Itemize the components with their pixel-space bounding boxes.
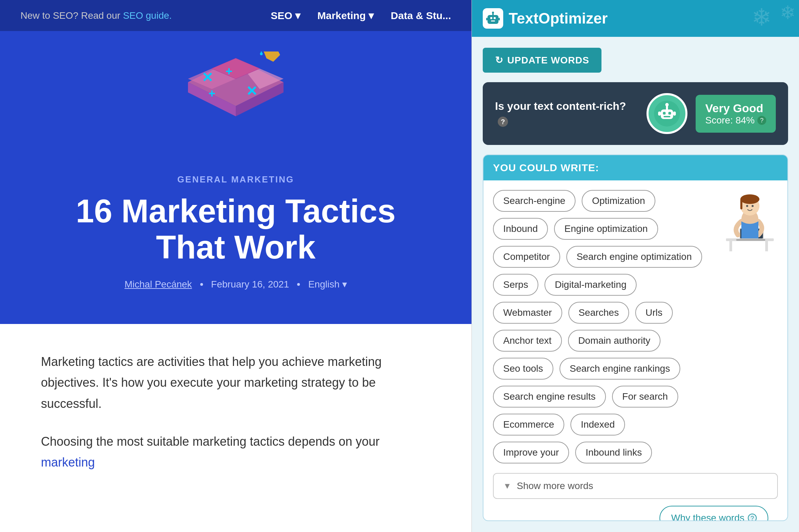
word-tag[interactable]: Searches xyxy=(568,302,629,324)
svg-point-32 xyxy=(665,103,669,106)
svg-rect-33 xyxy=(658,112,661,116)
word-tag[interactable]: Search engine optimization xyxy=(566,246,702,268)
site-header: New to SEO? Read our SEO guide. SEO ▾ Ma… xyxy=(0,0,471,31)
robot-svg xyxy=(653,100,681,127)
word-tag[interactable]: Digital-marketing xyxy=(544,274,637,296)
question-help-icon[interactable]: ? xyxy=(498,117,508,127)
word-tag[interactable]: Engine optimization xyxy=(554,218,658,240)
meta-dot-1 xyxy=(200,283,203,286)
svg-rect-24 xyxy=(486,18,488,20)
svg-rect-25 xyxy=(498,18,500,20)
write-header-text: YOU COULD WRITE: xyxy=(493,162,778,174)
why-help-icon[interactable]: ? xyxy=(748,514,757,521)
svg-text:✕: ✕ xyxy=(202,70,213,85)
hero-title: 16 Marketing TacticsThat Work xyxy=(76,193,395,265)
word-tag[interactable]: Ecommerce xyxy=(493,414,564,435)
svg-point-43 xyxy=(740,194,759,204)
deco-snowflake-1: ❄ xyxy=(752,3,772,31)
why-section: Why these words ? xyxy=(483,506,787,521)
seo-guide-link[interactable]: SEO guide. xyxy=(123,10,172,21)
word-tag[interactable]: Domain authority xyxy=(568,330,661,352)
word-tag[interactable]: Serps xyxy=(493,274,538,296)
site-nav: SEO ▾ Marketing ▾ Data & Stu... xyxy=(271,10,451,21)
svg-point-23 xyxy=(492,12,494,14)
svg-rect-44 xyxy=(740,199,742,209)
svg-point-17 xyxy=(260,53,263,55)
svg-rect-29 xyxy=(668,112,671,115)
word-tag[interactable]: Search engine rankings xyxy=(560,358,680,380)
word-tag[interactable]: Search engine results xyxy=(493,386,606,408)
nav-data[interactable]: Data & Stu... xyxy=(391,10,451,21)
word-tag[interactable]: Improve your xyxy=(493,442,569,463)
score-card: Is your text content-rich? ? xyxy=(483,82,788,145)
marketing-link[interactable]: marketing xyxy=(41,455,95,469)
nav-seo[interactable]: SEO ▾ xyxy=(271,10,301,21)
update-btn-label: UPDATE WORDS xyxy=(507,55,589,66)
notice-text: New to SEO? Read our xyxy=(20,10,123,21)
word-tag[interactable]: Inbound xyxy=(493,218,548,240)
score-question: Is your text content-rich? ? xyxy=(495,99,638,128)
why-words-label: Why these words xyxy=(671,513,744,521)
website-panel: New to SEO? Read our SEO guide. SEO ▾ Ma… xyxy=(0,0,471,532)
to-header: TextOptimizer ❄ ❄ xyxy=(472,0,799,37)
nav-marketing[interactable]: Marketing ▾ xyxy=(317,10,374,21)
pub-date: February 16, 2021 xyxy=(211,279,289,290)
hero-category: GENERAL MARKETING xyxy=(177,174,294,185)
word-tag[interactable]: Competitor xyxy=(493,246,560,268)
word-tag[interactable]: Anchor text xyxy=(493,330,562,352)
write-section: YOU COULD WRITE: Search-engineOptimizati… xyxy=(483,154,788,521)
update-words-button[interactable]: ↻ UPDATE WORDS xyxy=(483,48,601,73)
svg-text:+: + xyxy=(226,64,232,78)
svg-rect-34 xyxy=(673,112,676,116)
show-more-button[interactable]: ▼ Show more words xyxy=(493,473,778,499)
content-paragraph-1: Marketing tactics are activities that he… xyxy=(41,351,431,414)
to-title-text: TextOptimizer xyxy=(509,10,608,27)
paragraph-2-prefix: Choosing the most suitable marketing tac… xyxy=(41,434,380,448)
score-value: Score: 84% ? xyxy=(705,115,766,126)
svg-point-46 xyxy=(752,205,754,207)
textoptimizer-panel: TextOptimizer ❄ ❄ ↻ UPDATE WORDS Is your… xyxy=(471,0,799,532)
svg-rect-37 xyxy=(765,241,768,251)
content-paragraph-2: Choosing the most suitable marketing tac… xyxy=(41,431,431,473)
svg-rect-36 xyxy=(729,241,732,251)
hero-image: ✕ ✕ + + xyxy=(168,51,304,161)
word-tag[interactable]: For search xyxy=(612,386,678,408)
language-select[interactable]: English ▾ xyxy=(308,279,347,290)
score-label: Very Good xyxy=(705,102,766,115)
why-words-button[interactable]: Why these words ? xyxy=(659,506,768,521)
robot-avatar xyxy=(647,93,687,134)
write-header: YOU COULD WRITE: xyxy=(483,155,787,180)
word-tag[interactable]: Indexed xyxy=(570,414,625,435)
svg-rect-40 xyxy=(736,239,765,241)
word-tag[interactable]: Webmaster xyxy=(493,302,562,324)
illustration-container xyxy=(712,180,787,262)
svg-rect-27 xyxy=(661,109,673,119)
svg-point-45 xyxy=(746,205,748,207)
chevron-down-icon: ▼ xyxy=(503,481,511,491)
word-tag[interactable]: Search-engine xyxy=(493,190,576,212)
words-row: Search-engineOptimizationInboundEngine o… xyxy=(483,180,787,473)
words-main: Search-engineOptimizationInboundEngine o… xyxy=(483,180,712,473)
hero-meta: Michal Pecánek February 16, 2021 English… xyxy=(125,279,347,290)
site-notice: New to SEO? Read our SEO guide. xyxy=(20,10,172,21)
author-link[interactable]: Michal Pecánek xyxy=(125,279,192,290)
to-body: ↻ UPDATE WORDS Is your text content-rich… xyxy=(472,37,799,532)
textoptimizer-logo xyxy=(483,8,503,29)
svg-rect-19 xyxy=(490,17,492,19)
score-question-text: Is your text content-rich? xyxy=(495,100,626,112)
score-result: Very Good Score: 84% ? xyxy=(696,95,776,133)
hero-section: ✕ ✕ + + GENERAL MARKETING xyxy=(0,31,471,324)
logo-svg xyxy=(485,10,501,27)
deco-snowflake-2: ❄ xyxy=(780,2,796,24)
meta-dot-2 xyxy=(297,283,300,286)
score-help-icon[interactable]: ? xyxy=(757,116,766,125)
person-illustration xyxy=(719,187,781,255)
words-grid: Search-engineOptimizationInboundEngine o… xyxy=(483,180,712,473)
word-tag[interactable]: Urls xyxy=(635,302,673,324)
word-tag[interactable]: Optimization xyxy=(582,190,655,212)
word-tag[interactable]: Seo tools xyxy=(493,358,553,380)
hero-svg: ✕ ✕ + + xyxy=(168,51,304,154)
word-tag[interactable]: Inbound links xyxy=(575,442,652,463)
svg-text:✕: ✕ xyxy=(246,84,258,99)
content-section: Marketing tactics are activities that he… xyxy=(0,324,471,532)
